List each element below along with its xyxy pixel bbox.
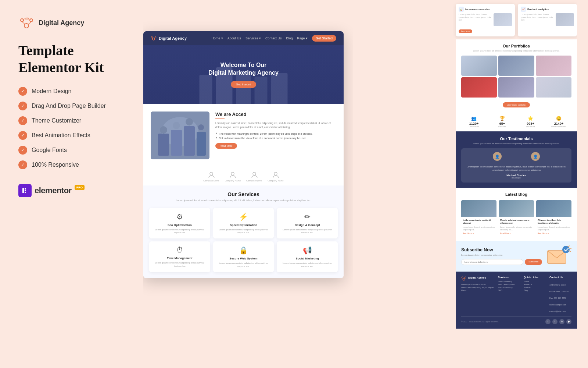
number-item-3: ⭐ 998+ We served: [518, 116, 543, 128]
nav-link-about[interactable]: About Us: [227, 36, 241, 40]
subscribe-button[interactable]: Subscribe: [525, 259, 542, 265]
services-title: Our Services: [149, 191, 338, 197]
speed-icon: ⚡: [216, 212, 271, 221]
subscribe-email-input[interactable]: [461, 259, 523, 265]
subscribe-content: Subscribe Now Lorem ipsum dolor: consect…: [461, 247, 542, 265]
nav-cta-button[interactable]: Get Started: [312, 35, 336, 42]
seo-icon: ⚙: [152, 212, 207, 221]
nav-link-services[interactable]: Services ▾: [245, 36, 261, 40]
number-item-4: 😊 2140+ Clients satisfaction: [546, 116, 571, 128]
hero-content: Welcome To Our Digital Marketing Agency …: [208, 61, 279, 88]
elementor-text: elementor: [35, 186, 72, 195]
services-section: Our Services Lorem ipsum dolor sit amet …: [143, 185, 344, 278]
blog-grid: Nulla quam turpis mattis id placerat Lor…: [461, 200, 571, 236]
partner-logo-3: Company Name: [246, 171, 262, 182]
blog-card-3: Aliquam tincidunt felis faucibus eu lobo…: [536, 200, 571, 236]
svg-point-32: [562, 246, 570, 253]
subscribe-illustration: [546, 245, 571, 267]
svg-point-25: [186, 118, 193, 125]
feature-list: ✓ Modern Design ✓ Drag And Drop Page Bui…: [18, 87, 125, 169]
nav-link-page[interactable]: Page ▾: [297, 36, 308, 40]
portfolios-view-more-button[interactable]: view more portfolio: [503, 102, 530, 107]
portfolios-title: Our Portfolios: [461, 44, 571, 48]
footer-logo: Digital Agency: [461, 276, 494, 281]
left-panel: Digital Agency Template Elementor Kit ✓ …: [0, 0, 143, 368]
blog-title: Latest Blog: [461, 192, 571, 197]
youtube-icon[interactable]: ▶: [566, 319, 571, 324]
site-nav-links: Home ▾ About Us Services ▾ Contact Us Bl…: [211, 35, 336, 42]
about-check-2: ✓ Set to demonstrate the visual form of …: [215, 137, 336, 139]
testimonial-quote: Lorem ipsum dolor sit amet consectetur a…: [465, 165, 568, 172]
blog-read-more-2[interactable]: Read More →: [500, 232, 533, 234]
nav-link-blog[interactable]: Blog: [286, 36, 293, 40]
footer-col-services: Services Email Marketing Web Development…: [498, 276, 520, 314]
top-card-analytics-header: 📈 Product analytics: [521, 7, 574, 12]
partner-logo-1: Company Name: [203, 171, 219, 182]
social-icon: 📢: [280, 246, 335, 255]
users-icon: 👥: [461, 116, 487, 121]
kit-title: Template Elementor Kit: [18, 42, 125, 76]
nav-link-home[interactable]: Home ▾: [211, 36, 223, 40]
feature-item-5: ✓ Google Fonts: [18, 146, 125, 155]
testimonial-name: Michael Charles: [465, 174, 568, 177]
portfolio-item-5: [498, 77, 534, 98]
partner-logo-2: Company Name: [225, 171, 241, 182]
instagram-icon[interactable]: in: [559, 319, 564, 324]
facebook-icon[interactable]: f: [545, 319, 551, 324]
award-icon: ⭐: [518, 116, 543, 121]
top-card-conversion-header: 📊 Increase conversion: [459, 7, 512, 12]
conversion-btn[interactable]: Read More: [459, 29, 472, 33]
service-card-6: 📢 Social Marketing Lorem ipsum consectet…: [277, 241, 338, 272]
about-check-1: ✓ The visual with meaningful content. Lo…: [215, 132, 336, 135]
top-card-analytics: 📈 Product analytics Lorem ipsum dolor it…: [518, 4, 577, 36]
feature-item-1: ✓ Modern Design: [18, 87, 125, 96]
partner-logo-4: Company Name: [268, 171, 283, 182]
check-icon-4: ✓: [18, 131, 27, 140]
footer-section: Digital Agency Lorem ipsum dolor sit ame…: [456, 272, 577, 329]
portfolios-section: Our Portfolios Lorem ipsum dolor sit ame…: [456, 39, 577, 112]
svg-point-24: [173, 122, 180, 129]
blog-read-more-1[interactable]: Read More →: [463, 232, 495, 234]
blog-content-1: Nulla quam turpis mattis id placerat Lor…: [461, 217, 496, 236]
footer-bottom: © 2017 - 2021 Awesome. All Rights Reserv…: [461, 316, 571, 324]
right-panel: 📊 Increase conversion Lorem ipsum dolor …: [353, 0, 588, 368]
svg-rect-20: [171, 130, 182, 156]
svg-point-23: [160, 126, 167, 134]
check-icon-2: ✓: [18, 102, 27, 110]
logo-area: Digital Agency: [18, 15, 125, 31]
twitter-icon[interactable]: t: [552, 319, 557, 324]
analytics-image: [556, 13, 574, 26]
testimonials-title: Our Testimonials: [461, 137, 571, 141]
number-item-2: 🏆 65+ Dolor sen: [490, 116, 515, 128]
blog-image-3: [536, 200, 571, 217]
check-icon-1: ✓: [18, 87, 27, 96]
portfolio-item-4: [461, 77, 497, 98]
about-read-more-button[interactable]: Read More: [215, 143, 237, 149]
blog-read-more-3[interactable]: Read More →: [538, 232, 570, 234]
svg-rect-19: [158, 134, 169, 156]
svg-rect-9: [25, 188, 26, 190]
nav-link-contact[interactable]: Contact Us: [265, 36, 282, 40]
svg-line-4: [28, 22, 31, 24]
svg-point-12: [153, 38, 155, 40]
hero-cta-button[interactable]: Get Started: [231, 81, 256, 88]
design-icon: ✏: [280, 212, 335, 221]
check-icon-6: ✓: [18, 160, 27, 169]
top-card-conversion: 📊 Increase conversion Lorem ipsum dolor …: [456, 4, 515, 36]
portfolio-item-6: [536, 77, 571, 98]
website-mockup: Digital Agency Home ▾ About Us Services …: [143, 31, 344, 278]
blog-image-1: [461, 200, 496, 217]
clients-icon: 😊: [546, 116, 571, 121]
blog-card-1: Nulla quam turpis mattis id placerat Lor…: [461, 200, 496, 236]
about-image-bg: [151, 112, 209, 159]
svg-rect-8: [22, 188, 24, 193]
subscribe-text: Lorem ipsum dolor: consectetur adipiscin…: [461, 254, 542, 256]
about-content: We are Acced Lorem ipsum dolor sit amet,…: [215, 112, 336, 159]
blog-section: Latest Blog Nulla quam turpis mattis id …: [456, 188, 577, 241]
hero-title: Welcome To Our Digital Marketing Agency: [208, 61, 279, 77]
partners-section: Company Name Company Name Company Name C…: [143, 167, 344, 185]
svg-rect-22: [197, 132, 206, 156]
testimonial-role: developer: [465, 177, 568, 179]
footer-col-brand: Digital Agency Lorem ipsum dolor sit ame…: [461, 276, 494, 314]
site-nav: Digital Agency Home ▾ About Us Services …: [143, 31, 344, 45]
